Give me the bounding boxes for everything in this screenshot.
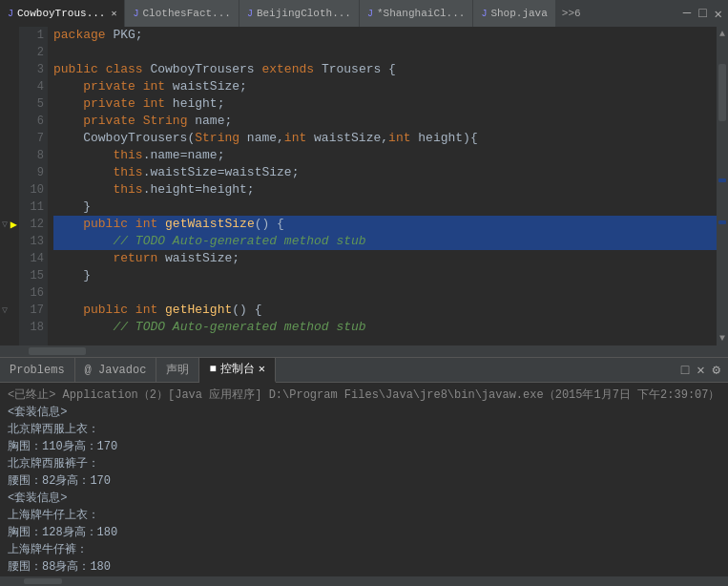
line-num-2: 2 xyxy=(31,44,44,61)
bp-row-6 xyxy=(0,113,19,130)
console-line-8: 胸围：128身高：180 xyxy=(8,524,720,541)
bp-row-5 xyxy=(0,95,19,113)
line-num-9: 9 xyxy=(31,164,44,181)
bp-row-4 xyxy=(0,78,19,95)
vertical-scroll-thumb[interactable] xyxy=(718,64,726,121)
code-line-16 xyxy=(53,284,717,302)
line-num-18: 18 xyxy=(31,319,44,336)
panel-close-button[interactable]: ✕ xyxy=(695,362,706,378)
bp-row-10 xyxy=(0,181,19,199)
panel-tab-console[interactable]: ■ 控制台 ✕ xyxy=(199,358,275,383)
code-line-1: package PKG; xyxy=(53,27,717,44)
restore-button[interactable]: □ xyxy=(697,6,708,21)
panel-tab-problems[interactable]: Problems xyxy=(0,358,75,383)
console-line-2: 北京牌西服上衣： xyxy=(8,421,720,438)
console-line-1: <套装信息> xyxy=(8,404,720,421)
bp-row-9 xyxy=(0,164,19,181)
console-horizontal-scrollbar[interactable] xyxy=(0,576,728,586)
panel-tab-bar: Problems @ Javadoc 声明 ■ 控制台 ✕ □ ✕ ⚙ xyxy=(0,358,728,383)
bp-row-16 xyxy=(0,284,19,302)
line-num-7: 7 xyxy=(31,130,44,147)
code-editor[interactable]: package PKG; public class CowboyTrousers… xyxy=(48,27,717,345)
code-line-2 xyxy=(53,44,717,61)
panel-menu-button[interactable]: ⚙ xyxy=(711,362,722,378)
tab-icon-clothes: J xyxy=(133,9,138,19)
code-line-17: public int getHeight() { xyxy=(53,302,717,319)
panel-tab-declaration[interactable]: 声明 xyxy=(156,358,199,383)
editor-area: ▽ ▶ ▽ 123456789101112131415161718 packag… xyxy=(0,27,728,345)
line-numbers: 123456789101112131415161718 xyxy=(19,27,48,345)
tab-close-cowboy[interactable]: ✕ xyxy=(111,8,116,19)
tab-label-shanghai: *ShanghaiCl... xyxy=(377,8,465,19)
tab-cowboy[interactable]: J CowboyTrous... ✕ xyxy=(0,0,125,27)
bp-row-18 xyxy=(0,319,19,336)
code-line-6: private String name; xyxy=(53,113,717,130)
breakpoint-area: ▽ ▶ ▽ xyxy=(0,27,19,345)
horizontal-scrollbar[interactable] xyxy=(0,345,728,357)
line-num-10: 10 xyxy=(31,181,44,199)
tab-shop[interactable]: J Shop.java xyxy=(473,0,555,27)
line-num-5: 5 xyxy=(31,95,44,113)
vertical-scrollbar[interactable]: ▲ ▼ xyxy=(717,27,728,345)
bp-row-12: ▽ ▶ xyxy=(0,216,19,233)
bp-row-11 xyxy=(0,199,19,216)
code-line-9: this.waistSize=waistSize; xyxy=(53,164,717,181)
tab-label-shop: Shop.java xyxy=(490,8,547,19)
panel-tab-javadoc[interactable]: @ Javadoc xyxy=(75,358,157,383)
tab-icon-shop: J xyxy=(481,9,487,19)
tab-controls: ─ □ ✕ xyxy=(681,6,728,22)
bp-row-2 xyxy=(0,44,19,61)
line-number-list: 123456789101112131415161718 xyxy=(31,27,44,336)
arrow-indicator: ▶ xyxy=(10,218,17,232)
code-line-8: this.name=name; xyxy=(53,147,717,164)
line-num-15: 15 xyxy=(31,267,44,284)
code-line-12: public int getWaistSize() { xyxy=(53,216,717,233)
tab-beijing[interactable]: J BeijingCloth... xyxy=(239,0,360,27)
panel-minimize-button[interactable]: □ xyxy=(679,363,691,378)
horizontal-scroll-thumb[interactable] xyxy=(29,347,86,355)
bottom-panel: Problems @ Javadoc 声明 ■ 控制台 ✕ □ ✕ ⚙ <已终止… xyxy=(0,357,728,586)
line-num-17: 17 xyxy=(31,302,44,319)
tab-label-cowboy: CowboyTrous... xyxy=(17,8,105,19)
code-line-18: // TODO Auto-generated method stub xyxy=(53,319,717,336)
line-num-13: 13 xyxy=(31,233,44,250)
bp-row-3 xyxy=(0,61,19,78)
panel-tab-declaration-label: 声明 xyxy=(166,362,189,378)
panel-tab-javadoc-label: @ Javadoc xyxy=(85,364,147,377)
tab-shanghai[interactable]: J *ShanghaiCl... xyxy=(360,0,473,27)
panel-tab-console-label: 控制台 xyxy=(220,361,255,377)
scroll-down-arrow[interactable]: ▼ xyxy=(717,331,728,345)
tab-clothes[interactable]: J ClothesFact... xyxy=(125,0,239,27)
panel-tab-problems-label: Problems xyxy=(10,364,65,377)
line-num-6: 6 xyxy=(31,113,44,130)
console-line-9: 上海牌牛仔裤： xyxy=(8,541,720,558)
tab-icon-shanghai: J xyxy=(367,9,373,19)
bp-row-15 xyxy=(0,267,19,284)
code-line-4: private int waistSize; xyxy=(53,78,717,95)
code-line-11: } xyxy=(53,199,717,216)
console-line-4: 北京牌西服裤子： xyxy=(8,455,720,472)
line-num-8: 8 xyxy=(31,147,44,164)
kw-package: package xyxy=(53,27,106,44)
close-button[interactable]: ✕ xyxy=(713,6,724,22)
console-line-6: <套装信息> xyxy=(8,490,720,507)
bp-row-13 xyxy=(0,233,19,250)
line-num-4: 4 xyxy=(31,78,44,95)
fold-icon-12[interactable]: ▽ xyxy=(2,219,8,230)
console-line-terminated: <已终止> Application（2）[Java 应用程序] D:\Progr… xyxy=(8,387,720,404)
fold-icon-17[interactable]: ▽ xyxy=(2,304,8,316)
bp-row-14 xyxy=(0,250,19,267)
tab-icon-beijing: J xyxy=(247,9,253,19)
line-num-11: 11 xyxy=(31,199,44,216)
scroll-up-arrow[interactable]: ▲ xyxy=(717,27,728,41)
minimize-button[interactable]: ─ xyxy=(681,6,693,21)
line-num-14: 14 xyxy=(31,250,44,267)
panel-tab-console-id: ✕ xyxy=(259,362,265,376)
line-num-1: 1 xyxy=(31,27,44,44)
tab-overflow[interactable]: >>6 xyxy=(556,8,587,19)
code-line-7: CowboyTrousers(String name,int waistSize… xyxy=(53,130,717,147)
console-icon: ■ xyxy=(209,363,216,376)
panel-controls: □ ✕ ⚙ xyxy=(679,362,728,378)
tab-icon-cowboy: J xyxy=(8,9,13,19)
console-line-3: 胸围：110身高：170 xyxy=(8,438,720,455)
